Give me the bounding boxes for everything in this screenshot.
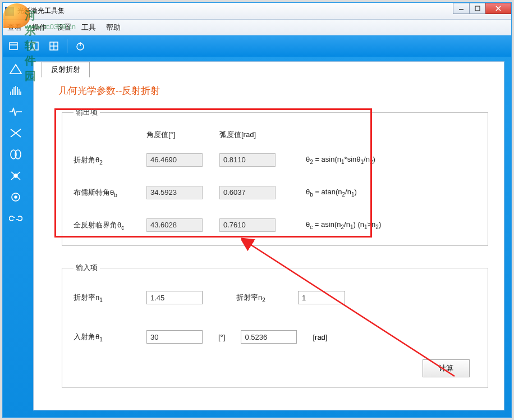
value-thetac-deg: 43.6028	[146, 218, 203, 232]
page-title: 几何光学参数--反射折射	[58, 84, 489, 97]
output-legend: 输出项	[74, 107, 100, 117]
formula-thetab: θb = atan(n2/n1)	[306, 188, 357, 198]
label-n2: 折射率n2	[236, 293, 298, 303]
input-n1[interactable]	[146, 291, 203, 304]
svg-marker-13	[10, 65, 21, 74]
svg-rect-1	[475, 6, 480, 11]
unit-degree: [°]	[218, 333, 225, 341]
tab-reflection-refraction[interactable]: 反射折射	[42, 62, 90, 77]
label-refraction-angle: 折射角θ2	[74, 155, 146, 166]
formula-thetac: θc = asin(n2/n1) (n1>n2)	[306, 220, 381, 230]
menu-operate[interactable]: 操作	[32, 22, 47, 33]
side-scatter-icon[interactable]	[8, 126, 24, 140]
menubar: 查看 操作 设置 工具 帮助	[3, 20, 511, 35]
input-legend: 输入项	[74, 263, 100, 273]
input-theta1-deg[interactable]	[146, 330, 203, 344]
input-theta1-rad[interactable]	[241, 330, 297, 344]
col-header-radian: 弧度值[rad]	[219, 130, 256, 140]
maximize-button[interactable]	[469, 3, 486, 14]
minimize-button[interactable]	[453, 3, 470, 14]
input-group: 输入项 折射率n1 折射率n2 入射角θ1 [°]	[62, 263, 488, 388]
toolbar	[3, 35, 511, 57]
menu-tools[interactable]: 工具	[81, 22, 96, 33]
value-theta2-deg: 46.4690	[146, 153, 203, 167]
side-toolbar	[3, 57, 29, 417]
menu-settings[interactable]: 设置	[57, 22, 71, 33]
svg-line-24	[16, 133, 21, 137]
side-lens-icon[interactable]	[8, 148, 24, 161]
window-title: 光纤激光工具集	[17, 6, 65, 16]
svg-rect-6	[29, 42, 33, 50]
toolbar-btn-1[interactable]	[6, 39, 21, 53]
unit-radian: [rad]	[313, 333, 327, 341]
toolbar-power-icon[interactable]	[73, 39, 88, 53]
label-critical-angle: 全反射临界角θc	[74, 220, 146, 231]
toolbar-btn-3[interactable]	[47, 39, 61, 53]
value-theta2-rad: 0.8110	[219, 153, 276, 167]
menu-help[interactable]: 帮助	[106, 22, 121, 33]
close-button[interactable]	[485, 3, 511, 14]
label-n1: 折射率n1	[74, 293, 146, 303]
side-link-icon[interactable]	[8, 212, 24, 225]
svg-rect-4	[10, 43, 17, 49]
toolbar-btn-2[interactable]	[26, 39, 41, 53]
titlebar: 光纤激光工具集	[3, 3, 511, 20]
app-icon	[5, 7, 14, 16]
side-target-icon[interactable]	[8, 190, 24, 204]
value-thetab-deg: 34.5923	[146, 186, 203, 199]
value-thetac-rad: 0.7610	[219, 218, 276, 232]
menu-view[interactable]: 查看	[7, 22, 22, 33]
svg-rect-7	[34, 42, 38, 50]
svg-line-21	[11, 129, 16, 133]
side-prism-icon[interactable]	[8, 62, 24, 76]
content-panel: 反射折射 几何光学参数--反射折射 输出项 角度值[°] 弧度值[rad]	[33, 61, 504, 410]
value-thetab-rad: 0.6037	[219, 186, 276, 199]
svg-point-33	[15, 196, 17, 198]
calculate-button[interactable]: 计算	[423, 359, 470, 377]
svg-line-23	[11, 133, 16, 137]
formula-theta2: θ2 = asin(n1*sinθ1/n2)	[306, 155, 375, 165]
side-spectrum-icon[interactable]	[8, 84, 24, 97]
tabstrip: 反射折射	[42, 61, 90, 77]
svg-line-22	[16, 129, 21, 133]
side-pulse-icon[interactable]	[8, 105, 24, 118]
output-group: 输出项 角度值[°] 弧度值[rad] 折射角θ2 46.4690 0.8110	[62, 107, 488, 246]
client-area: 反射折射 几何光学参数--反射折射 输出项 角度值[°] 弧度值[rad]	[3, 57, 511, 417]
label-theta1: 入射角θ1	[74, 332, 146, 343]
side-expand-icon[interactable]	[8, 169, 24, 182]
workspace: 反射折射 几何光学参数--反射折射 输出项 角度值[°] 弧度值[rad]	[29, 57, 511, 417]
toolbar-separator	[67, 39, 67, 53]
col-header-degree: 角度值[°]	[146, 130, 219, 140]
input-n2[interactable]	[298, 291, 345, 304]
app-window: 光纤激光工具集 查看 操作 设置 工具 帮助	[2, 2, 512, 418]
label-brewster-angle: 布儒斯特角θb	[74, 188, 146, 198]
